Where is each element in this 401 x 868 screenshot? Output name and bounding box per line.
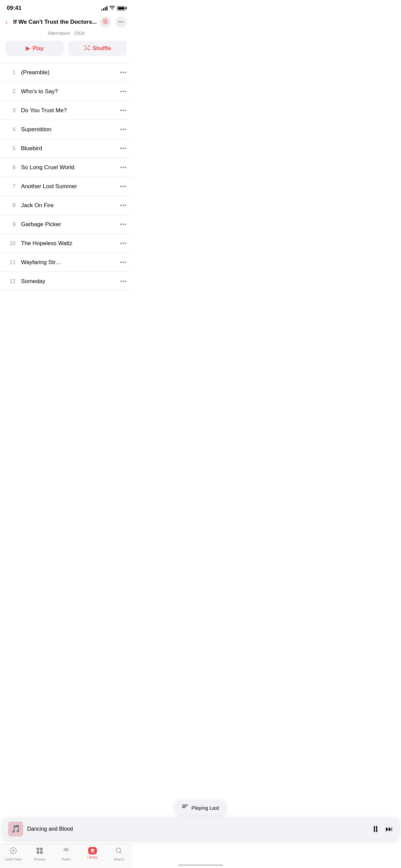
nav-header: ‹ If We Can't Trust the Doctors... ••• [0, 14, 132, 31]
track-item[interactable]: 6So Long Cruel World••• [0, 158, 132, 177]
track-item[interactable]: 8Jack On Fire••• [0, 196, 132, 215]
track-name: Garbage Picker [21, 221, 116, 228]
track-item[interactable]: 3Do You Trust Me?••• [0, 101, 132, 120]
track-number: 9 [5, 221, 16, 228]
track-more-button[interactable]: ••• [116, 219, 127, 230]
track-name: Someday [21, 278, 116, 285]
track-number: 3 [5, 107, 16, 114]
wifi-icon [109, 5, 115, 11]
track-name: Another Lost Summer [21, 183, 116, 190]
track-name: Do You Trust Me? [21, 107, 116, 114]
track-list: 1(Preamble)•••2Who's to Say?•••3Do You T… [0, 63, 132, 291]
track-name: (Preamble) [21, 69, 116, 76]
shuffle-label: Shuffle [93, 45, 111, 52]
play-icon: ▶ [26, 45, 30, 52]
track-number: 8 [5, 202, 16, 209]
track-more-button[interactable]: ••• [116, 238, 127, 249]
shuffle-icon [84, 45, 90, 52]
track-item[interactable]: 7Another Lost Summer••• [0, 177, 132, 196]
album-subtitle: Alternative · 2004 [0, 31, 132, 41]
more-options-button[interactable]: ••• [115, 16, 127, 28]
track-item[interactable]: 12Someday••• [0, 272, 132, 291]
status-time: 09:41 [7, 5, 21, 12]
signal-icon [101, 6, 107, 11]
track-number: 4 [5, 126, 16, 133]
track-number: 10 [5, 240, 16, 246]
play-button[interactable]: ▶ Play [5, 41, 64, 56]
track-name: Jack On Fire [21, 202, 116, 209]
track-name: The Hopeless Waltz [21, 240, 116, 247]
track-name: Wayfaring Str… [21, 259, 116, 266]
track-item[interactable]: 1(Preamble)••• [0, 63, 132, 82]
nav-title: If We Can't Trust the Doctors... [13, 19, 97, 25]
track-number: 7 [5, 183, 16, 190]
track-number: 5 [5, 145, 16, 152]
track-name: Superstition [21, 126, 116, 133]
status-bar: 09:41 [0, 0, 132, 14]
back-button[interactable]: ‹ [5, 17, 11, 27]
action-buttons: ▶ Play Shuffle [0, 41, 132, 63]
track-more-button[interactable]: ••• [116, 124, 127, 135]
track-number: 2 [5, 88, 16, 95]
track-more-button[interactable]: ••• [116, 200, 127, 211]
nav-actions: ••• [100, 16, 127, 28]
track-more-button[interactable]: ••• [116, 276, 127, 287]
track-number: 11 [5, 259, 16, 265]
track-number: 6 [5, 164, 16, 171]
status-icons [101, 5, 125, 11]
track-more-button[interactable]: ••• [116, 143, 127, 154]
track-more-button[interactable]: ••• [116, 162, 127, 173]
more-dots-icon: ••• [118, 19, 124, 25]
download-icon [103, 19, 108, 25]
track-name: Who's to Say? [21, 88, 116, 95]
play-label: Play [33, 45, 44, 52]
battery-icon [117, 6, 125, 11]
track-more-button[interactable]: ••• [116, 105, 127, 116]
track-more-button[interactable]: ••• [116, 86, 127, 97]
track-number: 1 [5, 70, 16, 76]
track-item[interactable]: 9Garbage Picker••• [0, 215, 132, 234]
track-item[interactable]: 2Who's to Say?••• [0, 82, 132, 101]
download-button[interactable] [100, 16, 111, 28]
shuffle-button[interactable]: Shuffle [68, 41, 127, 56]
track-item[interactable]: 5Bluebird••• [0, 139, 132, 158]
track-name: Bluebird [21, 145, 116, 152]
track-more-button[interactable]: ••• [116, 257, 127, 268]
track-item[interactable]: 4Superstition••• [0, 120, 132, 139]
track-more-button[interactable]: ••• [116, 181, 127, 192]
track-item[interactable]: 10The Hopeless Waltz••• [0, 234, 132, 253]
track-more-button[interactable]: ••• [116, 67, 127, 78]
track-number: 12 [5, 278, 16, 284]
track-item[interactable]: 11Wayfaring Str…••• [0, 253, 132, 272]
track-name: So Long Cruel World [21, 164, 116, 171]
